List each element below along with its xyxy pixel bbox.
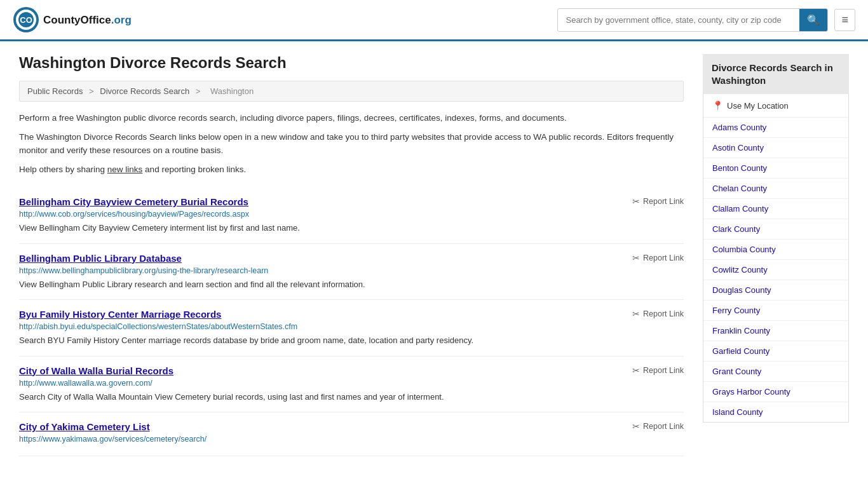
county-link-clark-county[interactable]: Clark County (703, 219, 848, 240)
logo[interactable]: CO CountyOffice.org (13, 6, 132, 33)
county-link-ferry-county[interactable]: Ferry County (703, 301, 848, 321)
scissors-icon-1: ✂ (632, 253, 640, 263)
record-title-3[interactable]: City of Walla Walla Burial Records (19, 365, 173, 376)
description-3: Help others by sharing new links and rep… (19, 163, 684, 176)
hamburger-icon: ≡ (841, 13, 848, 26)
record-item: Byu Family History Center Marriage Recor… (19, 300, 684, 356)
record-desc-0: View Bellingham City Bayview Cemetery in… (19, 222, 684, 234)
report-link-button-2[interactable]: ✂ Report Link (632, 309, 684, 319)
main-wrapper: Washington Divorce Records Search Public… (0, 41, 868, 469)
report-link-button-3[interactable]: ✂ Report Link (632, 365, 684, 376)
record-item: City of Walla Walla Burial Records ✂ Rep… (19, 356, 684, 413)
scissors-icon-4: ✂ (632, 421, 640, 431)
breadcrumb-separator: > (196, 86, 203, 96)
record-desc-2: Search BYU Family History Center marriag… (19, 334, 684, 347)
record-desc-3: Search City of Walla Walla Mountain View… (19, 391, 684, 403)
record-url-1[interactable]: https://www.bellinghampubliclibrary.org/… (19, 266, 684, 275)
header-right: 🔍 ≡ (557, 8, 855, 32)
record-url-0[interactable]: http://www.cob.org/services/housing/bayv… (19, 210, 684, 219)
logo-text-area: CountyOffice.org (43, 13, 132, 27)
record-header: City of Walla Walla Burial Records ✂ Rep… (19, 365, 684, 376)
record-url-4[interactable]: https://www.yakimawa.gov/services/cemete… (19, 435, 684, 444)
report-link-button-4[interactable]: ✂ Report Link (632, 421, 684, 431)
records-list: Bellingham City Bayview Cemetery Burial … (19, 187, 684, 456)
county-link-douglas-county[interactable]: Douglas County (703, 280, 848, 301)
county-link-franklin-county[interactable]: Franklin County (703, 321, 848, 341)
record-header: Bellingham Public Library Database ✂ Rep… (19, 253, 684, 264)
breadcrumb-separator: > (89, 86, 96, 96)
main-content: Washington Divorce Records Search Public… (19, 54, 684, 456)
page-title: Washington Divorce Records Search (19, 54, 684, 72)
description-3-prefix: Help others by sharing (19, 165, 107, 174)
county-link-cowlitz-county[interactable]: Cowlitz County (703, 260, 848, 280)
record-item: City of Yakima Cemetery List ✂ Report Li… (19, 412, 684, 456)
county-link-benton-county[interactable]: Benton County (703, 158, 848, 179)
search-input[interactable] (558, 10, 799, 30)
scissors-icon-3: ✂ (632, 365, 640, 376)
record-header: Bellingham City Bayview Cemetery Burial … (19, 196, 684, 207)
use-location-button[interactable]: 📍 Use My Location (703, 94, 848, 118)
record-title-1[interactable]: Bellingham Public Library Database (19, 253, 182, 264)
report-link-button-0[interactable]: ✂ Report Link (632, 196, 684, 207)
description-2: The Washington Divorce Records Search li… (19, 131, 684, 157)
search-button[interactable]: 🔍 (799, 9, 827, 31)
county-link-clallam-county[interactable]: Clallam County (703, 199, 848, 219)
search-icon: 🔍 (807, 15, 820, 25)
description-1: Perform a free Washington public divorce… (19, 112, 684, 125)
county-link-adams-county[interactable]: Adams County (703, 118, 848, 138)
breadcrumb-current: Washington (210, 86, 254, 96)
svg-text:CO: CO (20, 15, 32, 25)
record-title-2[interactable]: Byu Family History Center Marriage Recor… (19, 309, 221, 320)
record-url-3[interactable]: http://www.wallawalla.wa.govern.com/ (19, 379, 684, 388)
record-item: Bellingham City Bayview Cemetery Burial … (19, 187, 684, 244)
report-link-label-0: Report Link (643, 197, 684, 206)
county-link-grays-harbor-county[interactable]: Grays Harbor County (703, 382, 848, 402)
logo-icon: CO (13, 6, 39, 33)
header: CO CountyOffice.org 🔍 ≡ (0, 0, 868, 41)
sidebar-title: Divorce Records Search in Washington (703, 54, 849, 94)
new-links-link[interactable]: new links (107, 165, 143, 174)
report-link-label-2: Report Link (643, 309, 684, 318)
search-bar: 🔍 (557, 8, 828, 32)
record-url-2[interactable]: http://abish.byui.edu/specialCollections… (19, 322, 684, 331)
scissors-icon-0: ✂ (632, 196, 640, 207)
scissors-icon-2: ✂ (632, 309, 640, 319)
breadcrumb-link-public-records[interactable]: Public Records (27, 86, 83, 96)
record-desc-1: View Bellingham Public Library research … (19, 278, 684, 291)
logo-wordmark: CountyOffice.org (43, 13, 132, 26)
record-title-4[interactable]: City of Yakima Cemetery List (19, 421, 150, 432)
menu-button[interactable]: ≡ (834, 9, 855, 31)
description-3-suffix: and reporting broken links. (142, 165, 246, 174)
record-title-0[interactable]: Bellingham City Bayview Cemetery Burial … (19, 196, 248, 207)
county-link-asotin-county[interactable]: Asotin County (703, 138, 848, 158)
report-link-label-3: Report Link (643, 366, 684, 375)
sidebar: Divorce Records Search in Washington 📍 U… (703, 54, 849, 456)
report-link-label-4: Report Link (643, 422, 684, 431)
breadcrumb-link-divorce-records[interactable]: Divorce Records Search (100, 86, 189, 96)
location-icon: 📍 (712, 100, 723, 111)
county-link-garfield-county[interactable]: Garfield County (703, 341, 848, 362)
county-link-island-county[interactable]: Island County (703, 402, 848, 422)
use-location-label: Use My Location (727, 101, 789, 111)
record-header: Byu Family History Center Marriage Recor… (19, 309, 684, 320)
breadcrumb: Public Records > Divorce Records Search … (19, 81, 684, 102)
sidebar-content: 📍 Use My Location Adams CountyAsotin Cou… (703, 94, 849, 423)
county-link-chelan-county[interactable]: Chelan County (703, 179, 848, 199)
county-links: Adams CountyAsotin CountyBenton CountyCh… (703, 118, 848, 422)
report-link-label-1: Report Link (643, 254, 684, 262)
report-link-button-1[interactable]: ✂ Report Link (632, 253, 684, 263)
county-link-columbia-county[interactable]: Columbia County (703, 240, 848, 260)
county-link-grant-county[interactable]: Grant County (703, 362, 848, 382)
record-header: City of Yakima Cemetery List ✂ Report Li… (19, 421, 684, 432)
record-item: Bellingham Public Library Database ✂ Rep… (19, 244, 684, 301)
